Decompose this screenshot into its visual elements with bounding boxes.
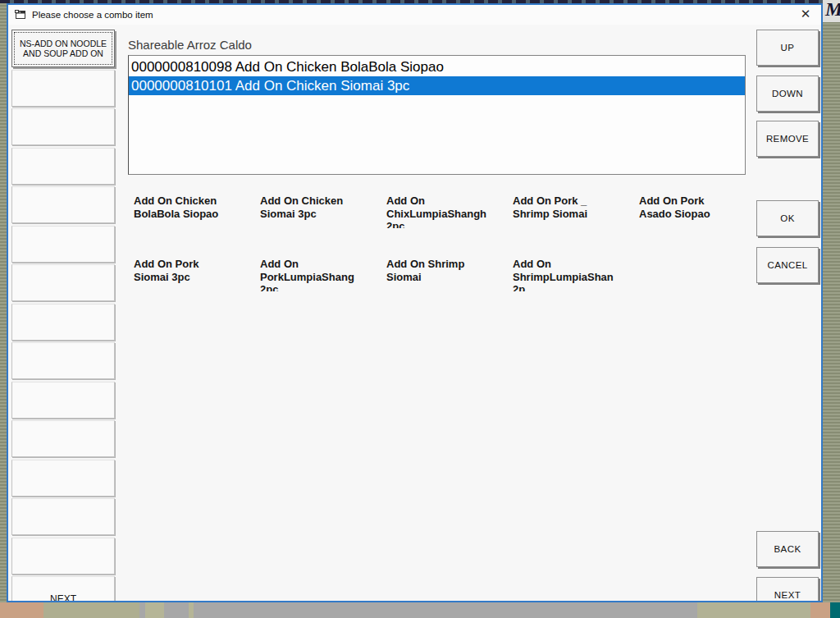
- taskbar-fragment: [830, 602, 840, 618]
- taskbar-fragment: [810, 602, 830, 618]
- background-letter: M: [825, 0, 840, 19]
- window-title: Please choose a combo item: [32, 10, 153, 20]
- up-button[interactable]: UP: [756, 30, 819, 66]
- sidebar-next-button[interactable]: NEXT: [11, 576, 115, 602]
- option-item[interactable]: Add On Chicken BolaBola Siopao: [134, 195, 260, 228]
- cancel-button[interactable]: CANCEL: [756, 247, 819, 283]
- sidebar-empty-slot: [11, 538, 115, 575]
- back-button[interactable]: BACK: [756, 531, 819, 567]
- combo-group-label: Shareable Arroz Caldo: [128, 38, 252, 52]
- sidebar-empty-slot: [11, 382, 115, 419]
- taskbar-fragment: [0, 602, 43, 618]
- taskbar-fragment: [43, 602, 139, 618]
- sidebar-empty-slot: [11, 342, 115, 379]
- taskbar-fragment: [145, 602, 164, 618]
- sidebar-empty-slot: [11, 186, 115, 223]
- sidebar-item-noodle-soup-addon[interactable]: NS-ADD ON NOODLE AND SOUP ADD ON: [11, 30, 115, 67]
- option-item[interactable]: Add On Pork _ Shrimp Siomai: [513, 195, 639, 228]
- taskbar-fragment: [194, 602, 697, 618]
- options-grid: Add On Chicken BolaBola SiopaoAdd On Chi…: [134, 195, 765, 291]
- sidebar-empty-slot: [11, 460, 115, 497]
- sidebar-empty-slot: [11, 420, 115, 457]
- option-item[interactable]: Add On PorkLumpiaShang 2pc: [260, 258, 386, 291]
- option-item[interactable]: Add On Chicken Siomai 3pc: [260, 195, 386, 228]
- option-item[interactable]: Add On ShrimpLumpiaShan 2p: [513, 258, 639, 291]
- close-icon[interactable]: ✕: [795, 5, 816, 23]
- next-button[interactable]: NEXT: [756, 577, 819, 602]
- option-item[interactable]: Add On Pork Asado Siopao: [639, 195, 765, 228]
- down-button[interactable]: DOWN: [756, 76, 819, 112]
- background-text-fragment: M: [823, 0, 840, 22]
- option-item[interactable]: Add On ChixLumpiaShangh 2pc: [386, 195, 513, 228]
- taskbar-fragment: [139, 602, 145, 618]
- sidebar-empty-slot: [11, 70, 115, 107]
- combo-list[interactable]: 0000000810098 Add On Chicken BolaBola Si…: [128, 55, 746, 175]
- sidebar-empty-slot: [11, 148, 115, 185]
- ok-button[interactable]: OK: [756, 200, 819, 236]
- sidebar-empty-slot: [11, 264, 115, 301]
- sidebar-empty-slot: [11, 226, 115, 263]
- remove-button[interactable]: REMOVE: [756, 121, 819, 157]
- taskbar-fragment: [164, 602, 189, 618]
- sidebar-empty-slot: [11, 108, 115, 145]
- option-item[interactable]: Add On Pork Siomai 3pc: [134, 258, 260, 291]
- combo-item-dialog: Please choose a combo item ✕ NS-ADD ON N…: [7, 3, 823, 602]
- title-bar[interactable]: Please choose a combo item ✕: [8, 5, 821, 25]
- taskbar-fragment: [697, 602, 810, 618]
- form-window-icon: [15, 10, 26, 20]
- sidebar-empty-slot: [11, 498, 115, 535]
- combo-list-item[interactable]: 0000000810101 Add On Chicken Siomai 3pc: [129, 76, 745, 95]
- option-item[interactable]: Add On Shrimp Siomai: [386, 258, 513, 291]
- sidebar-empty-slots: [11, 70, 115, 575]
- background-taskbar: [0, 602, 840, 618]
- background-app-edge: [823, 0, 840, 618]
- category-sidebar: NS-ADD ON NOODLE AND SOUP ADD ON NEXT: [11, 30, 115, 602]
- combo-list-item[interactable]: 0000000810098 Add On Chicken BolaBola Si…: [129, 57, 745, 76]
- sidebar-empty-slot: [11, 304, 115, 341]
